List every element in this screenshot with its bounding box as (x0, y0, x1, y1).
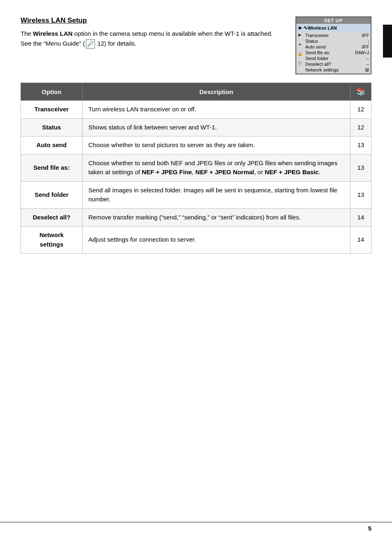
description-sendfolder: Send all images in selected folder. Imag… (83, 181, 350, 208)
option-networksettings: Network settings (21, 226, 83, 254)
page: Wireless LAN Setup The Wireless LAN opti… (0, 0, 392, 540)
camera-menu-icons: ▶ ● 🔒 ▽ (296, 32, 304, 74)
page-sendfolder: 13 (350, 181, 371, 208)
table-row-transceiver: Transceiver Turn wireless LAN transceive… (21, 101, 371, 119)
wireless-symbol-icon: ∿ (303, 25, 308, 31)
menu-item-networksettings-value: 🖫 (365, 68, 369, 72)
menu-item-transceiver-value: 0FF (362, 33, 369, 38)
nef-jpeg-basic: NEF + JPEG Basic (265, 168, 318, 175)
menu-item-sendfileas-label: Send file as: (305, 50, 330, 55)
nef-jpeg-fine: NEF + JPEG Fine (142, 168, 192, 175)
camera-menu-title: SET UP (296, 17, 371, 24)
camera-menu-screenshot: SET UP ▶ ∿ Wireless LAN ▶ ● 🔒 ▽ Transcei… (295, 16, 371, 74)
menu-item-deselectall: Deselect all? -- (305, 61, 369, 67)
intro-bold: Wireless LAN (33, 30, 73, 37)
option-sendfolder: Send folder (21, 181, 83, 208)
description-status: Shows status of link between server and … (83, 118, 350, 136)
menu-item-networksettings-label: Network settings (305, 67, 339, 72)
description-networksettings: Adjust settings for connection to server… (83, 226, 350, 254)
option-deselectall: Deselect all? (21, 208, 83, 226)
description-transceiver: Turn wireless LAN transceiver on or off. (83, 101, 350, 119)
table-header-page: 📚 (350, 83, 371, 101)
camera-menu-items: Transceiver 0FF Status ⁏ Auto send 0FF S… (304, 32, 371, 74)
menu-item-status-value: ⁏ (368, 39, 369, 44)
menu-item-transceiver-label: Transceiver (305, 33, 329, 38)
page-networksettings: 14 (350, 226, 371, 254)
page-autosend: 13 (350, 136, 371, 155)
page-number: 5 (368, 525, 371, 532)
description-deselectall: Remove transfer marking (“send,” “sendin… (83, 208, 350, 226)
menu-item-autosend: Auto send 0FF (305, 44, 369, 50)
table-row-status: Status Shows status of link between serv… (21, 118, 371, 136)
description-sendfileas: Choose whether to send both NEF and JPEG… (83, 154, 350, 181)
page-transceiver: 12 (350, 101, 371, 119)
table-row-networksettings: Network settings Adjust settings for con… (21, 226, 371, 254)
menu-item-deselectall-label: Deselect all? (305, 62, 331, 67)
menu-icon-1: ▶ (298, 32, 302, 37)
nef-jpeg-normal: NEF + JPEG Normal (196, 168, 254, 175)
intro-prefix: The (21, 30, 33, 37)
book-page-icon: 📚 (356, 88, 365, 96)
menu-item-networksettings: Network settings 🖫 (305, 67, 369, 73)
menu-item-status-label: Status (305, 39, 318, 44)
menu-item-deselectall-value: -- (366, 62, 369, 67)
right-edge-tab (383, 25, 392, 58)
option-transceiver: Transceiver (21, 101, 83, 119)
page-footer: 5 (0, 522, 392, 532)
page-sendfileas: 13 (350, 154, 371, 181)
menu-item-autosend-label: Auto send (305, 44, 326, 49)
table-row-sendfolder: Send folder Send all images in selected … (21, 181, 371, 208)
menu-item-sendfolder-value: -- (366, 56, 369, 61)
option-status: Status (21, 118, 83, 136)
menu-item-sendfileas-value: RAW+J (355, 51, 369, 55)
header-section: Wireless LAN Setup The Wireless LAN opti… (21, 16, 371, 74)
option-sendfileas: Send file as: (21, 154, 83, 181)
menu-item-sendfolder-label: Send folder (305, 56, 328, 61)
menu-item-sendfolder: Send folder -- (305, 55, 369, 61)
camera-menu-body: ▶ ● 🔒 ▽ Transceiver 0FF Status ⁏ Aut (296, 32, 371, 74)
wireless-arrow-icon: ▶ (299, 25, 302, 30)
menu-item-sendfileas: Send file as: RAW+J (305, 50, 369, 55)
page-status: 12 (350, 118, 371, 136)
intro-block: Wireless LAN Setup The Wireless LAN opti… (21, 16, 295, 48)
menu-icon-2: ● (299, 42, 301, 46)
wireless-lan-label: Wireless LAN (308, 25, 337, 30)
menu-icon-4: ▽ (298, 61, 302, 65)
page-deselectall: 14 (350, 208, 371, 226)
table-header-description: Description (83, 83, 350, 101)
camera-menu-wireless-row: ▶ ∿ Wireless LAN (296, 24, 371, 32)
table-row-autosend: Auto send Choose whether to send picture… (21, 136, 371, 155)
table-header-option: Option (21, 83, 83, 101)
menu-icon-3: 🔒 (297, 51, 302, 56)
menu-item-status: Status ⁏ (305, 38, 369, 44)
option-autosend: Auto send (21, 136, 83, 155)
table-row-sendfileas: Send file as: Choose whether to send bot… (21, 154, 371, 181)
description-autosend: Choose whether to send pictures to serve… (83, 136, 350, 155)
table-row-deselectall: Deselect all? Remove transfer marking (“… (21, 208, 371, 226)
book-icon: 🔎 (86, 39, 95, 49)
menu-item-autosend-value: 0FF (362, 45, 369, 49)
menu-item-transceiver: Transceiver 0FF (305, 32, 369, 38)
page-title: Wireless LAN Setup (21, 16, 283, 25)
options-table: Option Description 📚 Transceiver Turn wi… (21, 83, 371, 254)
intro-text: The Wireless LAN option in the camera se… (21, 29, 283, 48)
